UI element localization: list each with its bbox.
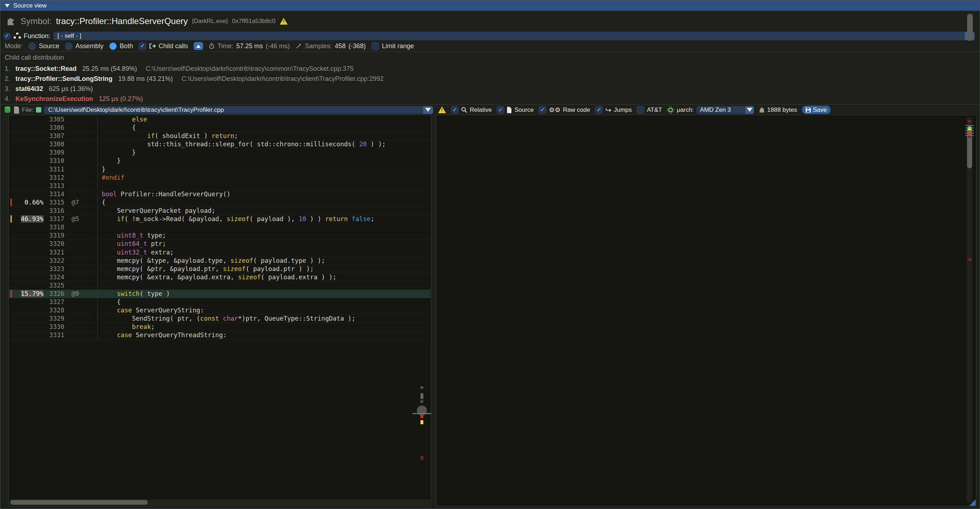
time-label: Time: [217,43,233,50]
source-label: Source [514,107,534,114]
source-line[interactable]: 3314bool Profiler::HandleServerQuery() [9,190,431,199]
child-call-distribution: Child call distribution 1.tracy::Socket:… [0,52,980,104]
line-number: 3315 [43,199,64,206]
function-label: Function: [24,32,50,40]
source-line[interactable]: 3321 uint32_t extra; [9,248,431,257]
source-line[interactable]: 46.93%3317@5 if( !m_sock->Read( &payload… [9,215,431,223]
march-value: AMD Zen 3 [700,107,731,114]
scroll-highlight-stripe [965,135,974,136]
source-line[interactable]: 3323 memcpy( &ptr, &payload.ptr, sizeof(… [9,265,431,273]
line-number: 3330 [43,323,64,331]
source-line[interactable]: 3313 [9,182,431,190]
resize-grip[interactable] [969,499,976,506]
source-line[interactable]: 3320 uint64_t ptr; [9,240,431,248]
mode-source-label: Source [39,43,59,50]
database-icon[interactable] [4,106,11,114]
mode-both-label: Both [120,43,133,50]
source-line[interactable]: 3324 memcpy( &extra, &payload.extra, siz… [9,273,431,282]
mode-source-radio[interactable]: Source [29,43,59,50]
source-line[interactable]: 3306 { [9,124,431,132]
assembly-pane [436,115,977,506]
source-line[interactable]: 3329 SendString( ptr, (const char*)ptr, … [9,315,431,323]
source-line[interactable]: 3305 else [9,115,431,124]
scroll-marker-yellow [420,420,423,424]
jumps-checkbox[interactable]: ✓ ↪ Jumps [595,106,632,114]
child-calls-checkbox[interactable]: ✓ Child calls [139,43,188,50]
sample-bar [10,215,12,223]
line-number: 3324 [43,273,64,281]
scroll-highlight-stripe [965,133,974,134]
source-line[interactable]: 3307 if( shouldExit ) return; [9,132,431,140]
pane-splitter[interactable] [431,115,436,506]
child-call-heading: Child call distribution [5,54,980,62]
asm-warning-icon[interactable] [438,107,446,113]
samples-label: Samples: [305,43,332,50]
child-call-item[interactable]: 4.KeSynchronizeExecution125 μs (0.27%) [5,94,980,104]
symbol-label: Symbol: [21,16,52,26]
source-line[interactable]: 3322 memcpy( &type, &payload.type, sizeo… [9,257,431,265]
line-number: 3331 [43,331,64,339]
mode-both-radio[interactable]: Both [109,43,133,50]
limit-range-checkbox[interactable]: ✓ Limit range [372,43,414,50]
source-line[interactable]: 3328 case ServerQueryString: [9,306,431,315]
title-bar[interactable]: Source view [0,0,980,11]
source-line[interactable]: 3325 [9,282,431,290]
att-checkbox[interactable]: ✓ AT&T [637,106,662,114]
line-number: 3310 [43,157,64,165]
source-line[interactable]: 3330 break; [9,323,431,331]
source-line[interactable]: 3310 } [9,157,431,165]
source-line[interactable]: 15.79%3326@9 switch( type ) [9,290,431,298]
source-line[interactable]: 3316 ServerQueryPacket payload; [9,207,431,215]
march-select[interactable]: AMD Zen 3 [697,106,754,114]
save-label: Save [813,107,827,114]
child-call-item[interactable]: 3.stat64i32625 μs (1.36%) [5,84,980,94]
function-checkbox[interactable]: ✓ [3,32,11,40]
source-line[interactable]: 3319 uint8_t type; [9,232,431,240]
source-checkbox[interactable]: ✓ Source [496,106,534,114]
att-label: AT&T [647,107,662,114]
cpu-icon [667,107,674,114]
magnifier-icon [461,107,467,113]
child-call-item[interactable]: 1.tracy::Socket::Read25.25 ms (54.89%)C:… [5,64,980,74]
scroll-marker-darkred [968,258,971,261]
line-number: 3328 [43,306,64,314]
child-call-scrollbar[interactable] [967,14,973,41]
save-icon [806,108,811,113]
file-path: C:\Users\wolf\Desktop\darkrl\contrib\tra… [48,107,224,114]
relative-checkbox[interactable]: ✓ Relative [451,106,492,114]
scroll-marker-darkred [968,120,971,122]
source-line[interactable]: 3311} [9,165,431,173]
scroll-highlight-stripe [965,130,974,131]
jump-arrow-icon: ↪ [605,106,611,114]
source-hscrollbar[interactable] [10,499,430,506]
symbol-module: [DarkRL.exe] [192,17,228,25]
asm-toolbar: ✓ Relative ✓ Source ✓ ⚙⚙ Raw code ✓ ↪ Ju… [433,106,980,114]
source-pane: 3305 else3306 {3307 if( shouldExit ) ret… [8,115,431,506]
source-line[interactable]: 3309 } [9,148,431,157]
mode-assembly-radio[interactable]: Assembly [65,43,103,50]
source-line[interactable]: 3308 std::this_thread::sleep_for( std::c… [9,140,431,148]
source-line[interactable]: 3331 case ServerQueryThreadString: [9,331,431,339]
collapse-up-button[interactable] [194,42,203,50]
function-select[interactable]: [ - self - ] [53,32,975,40]
line-number: 3307 [43,132,64,140]
source-line[interactable]: 3312#endif [9,173,431,182]
march-select-arrow[interactable] [745,106,754,114]
save-button[interactable]: Save [802,106,830,114]
raw-code-label: Raw code [563,107,590,114]
file-icon[interactable] [14,107,19,114]
warning-icon[interactable] [280,18,288,25]
line-number: 3314 [43,190,64,198]
file-select[interactable]: C:\Users\wolf\Desktop\darkrl\contrib\tra… [44,106,433,114]
assembly-vscrollbar[interactable] [967,117,972,503]
raw-code-checkbox[interactable]: ✓ ⚙⚙ Raw code [539,106,590,114]
line-number: 3312 [43,173,64,181]
collapse-icon[interactable] [5,4,10,8]
source-line[interactable]: 0.66%3315@7{ [9,199,431,207]
child-call-item[interactable]: 2.tracy::Profiler::SendLongString19.88 m… [5,74,980,84]
source-line[interactable]: 3318 [9,223,431,232]
line-number: 3311 [43,165,64,173]
source-line[interactable]: 3327 { [9,298,431,306]
source-hscroll-thumb[interactable] [10,500,148,505]
file-select-arrow[interactable] [423,106,433,114]
